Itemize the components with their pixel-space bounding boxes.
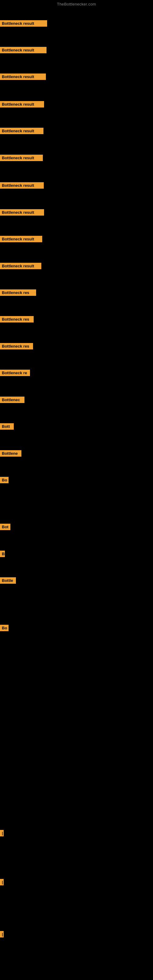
site-title: TheBottlenecker.com <box>0 0 153 8</box>
bottleneck-label-3: Bottleneck result <box>0 73 46 80</box>
bottleneck-row-8: Bottleneck result <box>0 206 44 218</box>
bottleneck-row-22: Bo <box>0 622 9 634</box>
bottleneck-label-22: Bo <box>0 625 9 631</box>
bottleneck-label-19: Bot <box>0 524 10 530</box>
bottleneck-row-10: Bottleneck result <box>0 260 41 272</box>
bottleneck-label-11: Bottleneck res <box>0 290 36 296</box>
bottleneck-row-12: Bottleneck res <box>0 313 33 325</box>
bottleneck-row-4: Bottleneck result <box>0 98 44 110</box>
bottleneck-row-19: Bot <box>0 520 10 533</box>
bottleneck-row-2: Bottleneck result <box>0 44 46 56</box>
bottleneck-row-21: Bottle <box>0 574 16 587</box>
bottleneck-row-1: Bottleneck result <box>0 17 47 29</box>
bottleneck-label-14: Bottleneck re <box>0 370 30 376</box>
bottleneck-row-18: Bo <box>0 474 9 486</box>
bottleneck-row-11: Bottleneck res <box>0 286 36 299</box>
bottleneck-label-24: | <box>0 879 4 885</box>
bottleneck-row-15: Bottlenec <box>0 393 24 406</box>
bottleneck-label-4: Bottleneck result <box>0 101 44 108</box>
bottleneck-label-7: Bottleneck result <box>0 182 44 189</box>
bottleneck-label-15: Bottlenec <box>0 396 24 403</box>
bottleneck-row-25: | <box>0 928 4 940</box>
bottleneck-label-16: Bott <box>0 423 14 430</box>
bottleneck-row-13: Bottleneck res <box>0 340 33 352</box>
bottleneck-row-3: Bottleneck result <box>0 70 46 83</box>
bottleneck-label-8: Bottleneck result <box>0 209 44 216</box>
bottleneck-label-6: Bottleneck result <box>0 155 43 161</box>
bottleneck-row-9: Bottleneck result <box>0 233 42 245</box>
bottleneck-row-23: | <box>0 827 4 839</box>
bottleneck-row-16: Bott <box>0 420 14 433</box>
bottleneck-label-21: Bottle <box>0 577 16 584</box>
page-container: TheBottlenecker.com Bottleneck resultBot… <box>0 0 153 980</box>
bottleneck-label-9: Bottleneck result <box>0 236 42 242</box>
bottleneck-row-7: Bottleneck result <box>0 179 44 191</box>
bottleneck-row-17: Bottlene <box>0 447 21 460</box>
bottleneck-row-6: Bottleneck result <box>0 151 43 164</box>
bottleneck-label-13: Bottleneck res <box>0 343 33 350</box>
bottleneck-row-20: B <box>0 547 5 560</box>
bottleneck-label-5: Bottleneck result <box>0 128 43 134</box>
bottleneck-row-24: | <box>0 876 4 888</box>
bottleneck-row-5: Bottleneck result <box>0 125 43 137</box>
bottleneck-label-18: Bo <box>0 477 9 483</box>
bottleneck-label-20: B <box>0 550 5 557</box>
bottleneck-label-25: | <box>0 931 4 937</box>
bottleneck-label-2: Bottleneck result <box>0 47 46 53</box>
bottleneck-label-12: Bottleneck res <box>0 316 33 323</box>
bottleneck-label-1: Bottleneck result <box>0 20 47 27</box>
bottleneck-label-10: Bottleneck result <box>0 263 41 269</box>
bottleneck-row-14: Bottleneck re <box>0 367 30 379</box>
bottleneck-label-17: Bottlene <box>0 450 21 457</box>
bottleneck-label-23: | <box>0 830 4 836</box>
